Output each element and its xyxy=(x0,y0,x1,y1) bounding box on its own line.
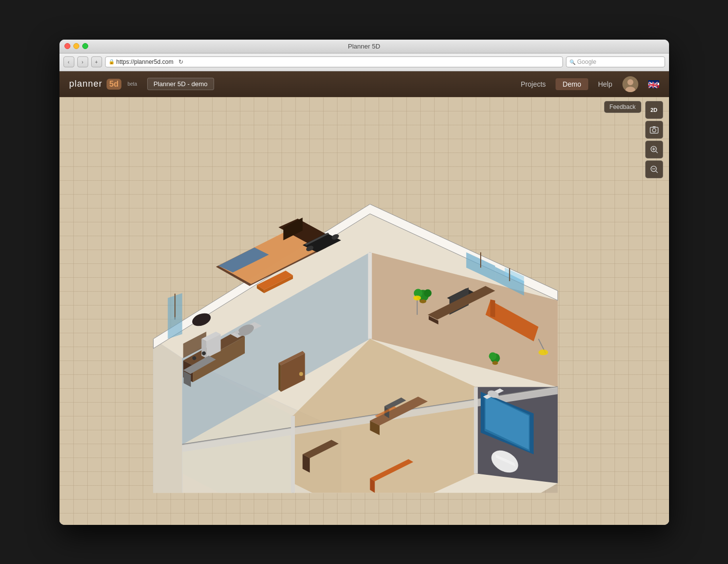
header-nav: Projects Demo Help 🇬🇧 xyxy=(521,76,659,92)
logo-area: planner 5d beta xyxy=(69,79,137,90)
minimize-button[interactable] xyxy=(73,43,79,49)
nav-projects[interactable]: Projects xyxy=(521,80,546,88)
back-button[interactable]: ‹ xyxy=(63,56,74,67)
search-icon: 🔍 xyxy=(569,59,575,65)
logo-badge: 5d xyxy=(107,79,122,90)
close-button[interactable] xyxy=(64,43,70,49)
reload-button[interactable]: ↻ xyxy=(176,57,185,66)
svg-marker-31 xyxy=(474,387,478,473)
traffic-lights xyxy=(64,43,88,49)
floor-plan xyxy=(137,156,573,493)
browser-window: Planner 5D ‹ › + 🔒 https://planner5d.com… xyxy=(59,40,669,525)
svg-point-85 xyxy=(299,372,303,376)
url-bar[interactable]: 🔒 https://planner5d.com ↻ xyxy=(105,56,563,67)
beta-label: beta xyxy=(127,81,137,87)
search-placeholder: Google xyxy=(577,58,597,65)
zoom-in-button[interactable] xyxy=(645,141,663,158)
svg-line-6 xyxy=(656,151,658,153)
svg-marker-76 xyxy=(201,339,206,358)
browser-chrome: ‹ › + 🔒 https://planner5d.com ↻ 🔍 Google xyxy=(59,53,669,71)
search-bar[interactable]: 🔍 Google xyxy=(566,56,665,67)
window-title: Planner 5D xyxy=(348,43,380,50)
new-tab-button[interactable]: + xyxy=(91,56,102,67)
zoom-out-button[interactable] xyxy=(645,160,663,178)
logo-text: planner xyxy=(69,79,103,89)
nav-demo[interactable]: Demo xyxy=(556,78,588,90)
svg-marker-13 xyxy=(153,339,182,493)
right-toolbar: 2D xyxy=(645,101,663,178)
svg-point-61 xyxy=(538,349,548,355)
maximize-button[interactable] xyxy=(82,43,88,49)
svg-point-0 xyxy=(627,79,633,85)
feedback-button[interactable]: Feedback xyxy=(604,101,641,113)
svg-line-10 xyxy=(656,171,658,173)
svg-rect-4 xyxy=(653,126,656,128)
forward-button[interactable]: › xyxy=(77,56,88,67)
svg-point-54 xyxy=(419,299,426,303)
project-name[interactable]: Planner 5D - demo xyxy=(147,78,214,90)
svg-marker-50 xyxy=(490,299,495,317)
svg-point-56 xyxy=(489,352,497,360)
lock-icon: 🔒 xyxy=(109,59,114,65)
app-header: planner 5d beta Planner 5D - demo Projec… xyxy=(59,71,669,97)
logo-5d: 5d xyxy=(110,80,119,89)
svg-point-53 xyxy=(424,289,432,297)
svg-marker-25 xyxy=(368,252,372,339)
svg-point-3 xyxy=(652,128,656,132)
svg-point-57 xyxy=(492,361,498,365)
url-text: https://planner5d.com xyxy=(116,58,173,65)
svg-marker-29 xyxy=(291,415,295,492)
screenshot-button[interactable] xyxy=(645,121,663,139)
avatar[interactable] xyxy=(622,76,638,92)
title-bar: Planner 5D xyxy=(59,40,669,53)
2d-view-button[interactable]: 2D xyxy=(645,101,663,119)
language-flag[interactable]: 🇬🇧 xyxy=(648,80,659,88)
main-content: Feedback 2D xyxy=(59,97,669,525)
svg-marker-83 xyxy=(278,362,280,391)
nav-help[interactable]: Help xyxy=(598,80,613,88)
svg-point-59 xyxy=(413,295,421,300)
svg-point-1 xyxy=(625,87,635,92)
